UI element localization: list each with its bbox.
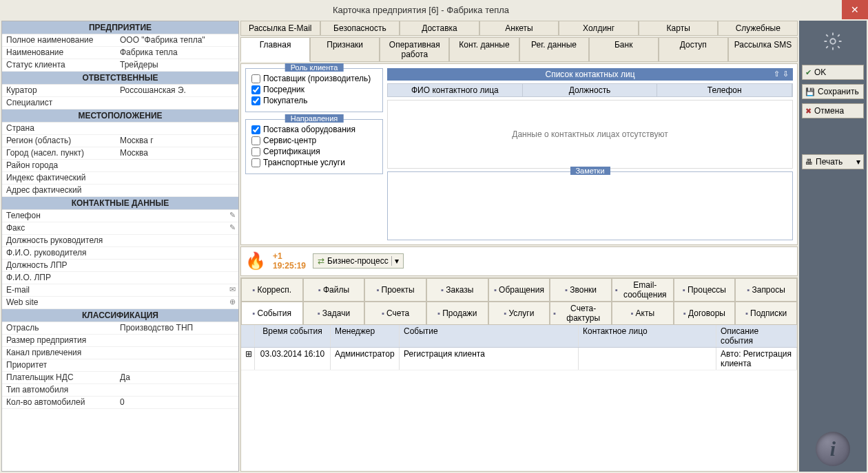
property-value[interactable]: ✉	[116, 284, 238, 296]
property-row[interactable]: Город (насел. пункт)Москва	[2, 147, 238, 160]
btab-заказы[interactable]: ▪Заказы	[426, 278, 488, 302]
close-button[interactable]: ✕	[842, 0, 868, 19]
btab-корресп-[interactable]: ▪Корресп.	[241, 278, 303, 302]
cancel-button[interactable]: ✖ Отмена	[802, 103, 864, 118]
tab-главная[interactable]: Главная	[240, 37, 310, 62]
contact-column-header[interactable]: ФИО контактного лица	[388, 84, 523, 96]
tab-холдинг[interactable]: Холдинг	[559, 21, 639, 36]
property-value[interactable]: ✎	[116, 222, 238, 234]
property-row[interactable]: Телефон✎	[2, 210, 238, 222]
phone-icon[interactable]: ✎	[229, 211, 236, 220]
direction-checkbox[interactable]	[251, 158, 260, 167]
phone-icon[interactable]: ✎	[229, 223, 236, 232]
property-row[interactable]: Должность руководителя	[2, 235, 238, 247]
property-row[interactable]: Страна	[2, 123, 238, 135]
direction-item[interactable]: Транспортные услуги	[251, 157, 377, 168]
property-row[interactable]: Статус клиентаТрейдеры	[2, 59, 238, 72]
property-row[interactable]: КураторРоссошанская Э.	[2, 85, 238, 97]
property-value[interactable]: 0	[116, 397, 238, 408]
expand-icon[interactable]: ⊞	[241, 348, 255, 370]
property-value[interactable]: ⊕	[116, 297, 238, 308]
role-item[interactable]: Поставщик (производитель)	[251, 73, 377, 84]
tab-оперативная-работа[interactable]: Оперативная работа	[380, 37, 449, 62]
property-row[interactable]: Адрес фактический	[2, 185, 238, 197]
direction-checkbox[interactable]	[251, 125, 260, 134]
btab-проекты[interactable]: ▪Проекты	[364, 278, 426, 302]
print-button[interactable]: 🖶 Печать ▾	[802, 154, 864, 169]
btab-звонки[interactable]: ▪Звонки	[550, 278, 612, 302]
btab-услуги[interactable]: ▪Услуги	[488, 302, 550, 325]
tab-доставка[interactable]: Доставка	[400, 21, 479, 36]
role-checkbox[interactable]	[251, 96, 260, 105]
property-value[interactable]: Фабрика тепла	[116, 47, 238, 59]
role-checkbox[interactable]	[251, 85, 260, 94]
tab-анкеты[interactable]: Анкеты	[479, 21, 559, 36]
tab-служебные[interactable]: Служебные	[718, 21, 798, 36]
col-time-header[interactable]: Время события	[255, 325, 331, 347]
property-value[interactable]: Россошанская Э.	[116, 85, 238, 96]
btab-запросы[interactable]: ▪Запросы	[735, 278, 797, 302]
col-event-header[interactable]: Событие	[400, 325, 579, 347]
property-row[interactable]: Web site⊕	[2, 297, 238, 309]
direction-item[interactable]: Поставка оборудования	[251, 124, 377, 135]
col-desc-header[interactable]: Описание события	[716, 325, 797, 347]
direction-item[interactable]: Сервис-центр	[251, 135, 377, 146]
events-body[interactable]: ⊞03.03.2014 16:10АдминистраторРегистраци…	[241, 348, 797, 471]
property-value[interactable]	[116, 335, 238, 346]
property-value[interactable]	[116, 359, 238, 371]
property-row[interactable]: Индекс фактический	[2, 172, 238, 185]
dropdown-icon[interactable]: ▾	[391, 256, 399, 266]
col-manager-header[interactable]: Менеджер	[331, 325, 400, 347]
property-row[interactable]: Ф.И.О. ЛПР	[2, 272, 238, 284]
tab-безопасность[interactable]: Безопасность	[320, 21, 400, 36]
property-value[interactable]	[116, 172, 238, 184]
property-value[interactable]: Москва г	[116, 135, 238, 147]
role-checkbox[interactable]	[251, 74, 260, 83]
btab-счета-фактуры[interactable]: ▪Счета-фактуры	[550, 302, 612, 325]
property-row[interactable]: Тип автомобиля	[2, 384, 238, 397]
property-value[interactable]	[116, 123, 238, 134]
role-item[interactable]: Посредник	[251, 84, 377, 95]
property-value[interactable]	[116, 160, 238, 171]
left-properties-panel[interactable]: ПРЕДПРИЯТИЕПолное наименованиеООО "Фабри…	[1, 21, 239, 472]
tab-признаки[interactable]: Признаки	[310, 37, 380, 62]
property-row[interactable]: E-mail✉	[2, 284, 238, 297]
property-value[interactable]: ООО "Фабрика тепла"	[116, 34, 238, 46]
btab-события[interactable]: ▪События	[241, 302, 303, 325]
property-row[interactable]: Ф.И.О. руководителя	[2, 247, 238, 260]
property-value[interactable]: Москва	[116, 147, 238, 159]
contacts-down-icon[interactable]: ⇩	[783, 70, 789, 78]
property-row[interactable]: Специалист	[2, 97, 238, 109]
btab-акты[interactable]: ▪Акты	[612, 302, 674, 325]
contacts-up-icon[interactable]: ⇧	[774, 70, 780, 78]
mail-icon[interactable]: ✉	[229, 285, 236, 294]
property-value[interactable]	[116, 97, 238, 109]
tab-карты[interactable]: Карты	[639, 21, 719, 36]
property-value[interactable]	[116, 260, 238, 271]
btab-задачи[interactable]: ▪Задачи	[303, 302, 365, 325]
btab-файлы[interactable]: ▪Файлы	[303, 278, 365, 302]
btab-счета[interactable]: ▪Счета	[364, 302, 426, 325]
property-row[interactable]: Полное наименованиеООО "Фабрика тепла"	[2, 34, 238, 47]
property-value[interactable]: ✎	[116, 210, 238, 222]
property-row[interactable]: Плательщик НДСДа	[2, 372, 238, 384]
property-row[interactable]: Канал привлечения	[2, 347, 238, 359]
btab-процессы[interactable]: ▪Процессы	[674, 278, 736, 302]
btab-обращения[interactable]: ▪Обращения	[488, 278, 550, 302]
tab-рассылка-e-mail[interactable]: Рассылка E-Mail	[240, 21, 320, 36]
property-row[interactable]: Кол-во автомобилей0	[2, 397, 238, 409]
btab-продажи[interactable]: ▪Продажи	[426, 302, 488, 325]
property-row[interactable]: Район города	[2, 160, 238, 172]
info-icon[interactable]: i	[816, 432, 850, 466]
save-button[interactable]: 💾 Сохранить	[802, 84, 864, 99]
direction-item[interactable]: Сертификация	[251, 146, 377, 157]
contact-column-header[interactable]: Должность	[523, 84, 658, 96]
property-row[interactable]: Факс✎	[2, 222, 238, 235]
property-value[interactable]	[116, 347, 238, 359]
btab-подписки[interactable]: ▪Подписки	[735, 302, 797, 325]
ok-button[interactable]: ✔ OK	[802, 65, 864, 80]
gear-icon[interactable]	[822, 30, 844, 52]
property-row[interactable]: Размер предприятия	[2, 335, 238, 347]
globe-icon[interactable]: ⊕	[229, 297, 236, 306]
col-contact-header[interactable]: Контактное лицо	[579, 325, 716, 347]
